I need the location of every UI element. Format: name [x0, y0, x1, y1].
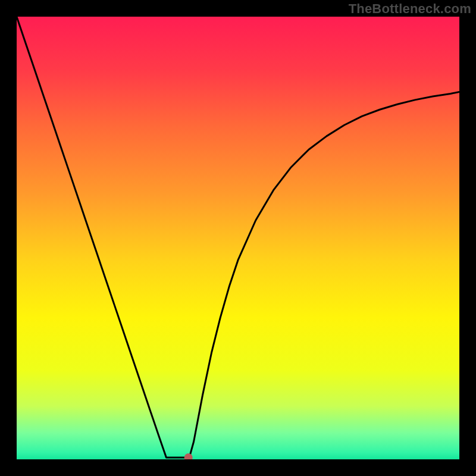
watermark-text: TheBottleneck.com	[349, 1, 471, 17]
chart-frame: TheBottleneck.com	[0, 0, 476, 476]
plot-svg	[17, 17, 459, 459]
gradient-background	[17, 17, 459, 459]
plot-area	[17, 17, 459, 459]
